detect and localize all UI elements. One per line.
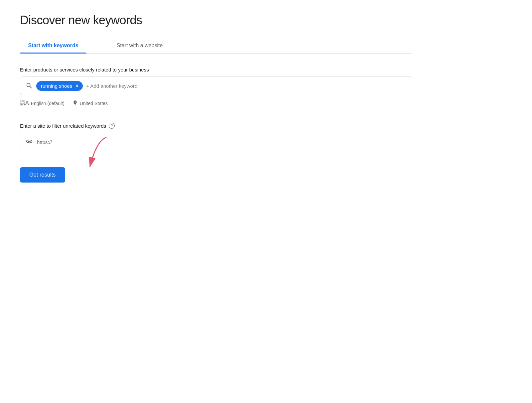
get-results-button[interactable]: Get results: [20, 167, 65, 183]
page-title: Discover new keywords: [20, 13, 412, 27]
keyword-input-box[interactable]: running shoes × + Add another keyword: [20, 76, 412, 95]
chip-remove-button[interactable]: ×: [75, 83, 78, 88]
link-icon: [26, 138, 33, 147]
get-results-section: Get results: [20, 167, 412, 183]
filter-label-row: Enter a site to filter unrelated keyword…: [20, 123, 412, 129]
language-selector[interactable]: 語A English (default): [20, 100, 65, 107]
add-keyword-input[interactable]: + Add another keyword: [86, 83, 137, 89]
url-input-container[interactable]: [20, 133, 206, 151]
search-icon: [26, 82, 33, 89]
tab-content-keywords: Enter products or services closely relat…: [20, 54, 412, 183]
filter-section: Enter a site to filter unrelated keyword…: [20, 123, 412, 151]
tab-start-with-keywords[interactable]: Start with keywords: [20, 38, 86, 53]
products-label: Enter products or services closely relat…: [20, 67, 412, 72]
filter-label: Enter a site to filter unrelated keyword…: [20, 123, 106, 129]
tab-start-with-website[interactable]: Start with a website: [106, 38, 173, 53]
meta-row: 語A English (default) United States: [20, 100, 412, 107]
filter-help-icon[interactable]: ?: [109, 123, 115, 129]
translate-icon: 語A: [20, 100, 29, 107]
location-selector[interactable]: United States: [72, 100, 108, 107]
tabs-container: Start with keywords Start with a website: [20, 38, 412, 54]
location-label: United States: [80, 101, 108, 106]
chip-label: running shoes: [41, 83, 72, 89]
keyword-chip[interactable]: running shoes ×: [36, 81, 83, 91]
location-icon: [72, 100, 78, 107]
url-input[interactable]: [37, 139, 200, 145]
language-label: English (default): [31, 101, 65, 106]
products-section: Enter products or services closely relat…: [20, 67, 412, 107]
